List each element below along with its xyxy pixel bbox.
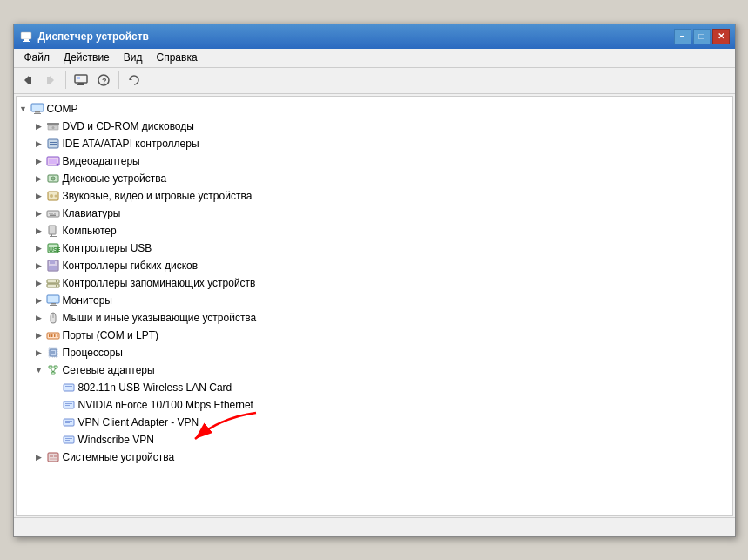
root-expander[interactable]: ▼ [17, 102, 30, 116]
net3-expander: ▶ [48, 415, 62, 429]
svg-text:USB: USB [49, 246, 60, 253]
refresh-button[interactable] [124, 70, 145, 91]
video-label: Видеоадаптеры [63, 155, 140, 167]
svg-rect-34 [51, 213, 53, 214]
usb-expander[interactable]: ▶ [32, 241, 46, 255]
svg-rect-67 [65, 386, 72, 387]
tree-item-sound[interactable]: ▶ Звуковые, видео и игровые устройства [17, 187, 732, 205]
forward-button[interactable] [40, 70, 61, 91]
storage-expander[interactable]: ▶ [32, 276, 46, 290]
view-devices-button[interactable] [71, 70, 91, 91]
cpu-expander[interactable]: ▶ [32, 346, 46, 360]
svg-rect-38 [51, 234, 52, 236]
tree-item-mouse[interactable]: ▶ Мыши и иные указывающие устройства [17, 309, 732, 327]
tree-item-disk[interactable]: ▶ Дисковые устройства [17, 170, 732, 187]
svg-rect-44 [49, 266, 57, 270]
svg-rect-14 [31, 104, 44, 111]
svg-rect-39 [50, 236, 57, 237]
tree-item-cpu[interactable]: ▶ Процессоры [17, 344, 732, 361]
svg-rect-62 [54, 366, 57, 368]
tree-item-dvd[interactable]: ▶ DVD и CD-ROM дисководы [17, 118, 732, 135]
svg-point-25 [56, 163, 58, 165]
menu-file[interactable]: Файл [17, 50, 57, 65]
back-button[interactable] [17, 70, 38, 91]
device-tree-container[interactable]: ▼ COMP ▶ [17, 97, 732, 515]
tree-item-net3[interactable]: ▶ VPN Client Adapter - VPN [17, 414, 732, 431]
status-bar [14, 517, 735, 536]
computer-icon [46, 224, 60, 238]
tree-item-storage[interactable]: ▶ Контроллеры запоминающих устройств [17, 274, 732, 292]
svg-rect-9 [77, 84, 84, 85]
net4-icon [62, 433, 76, 447]
svg-point-48 [56, 285, 57, 287]
svg-rect-57 [57, 334, 58, 337]
sound-expander[interactable]: ▶ [32, 189, 46, 203]
window-controls: – □ ✕ [674, 29, 730, 44]
net2-label: NVIDIA nForce 10/100 Mbps Ethernet [78, 399, 253, 411]
tree-item-net1[interactable]: ▶ 802.11n USB Wireless LAN Card [17, 379, 732, 396]
svg-rect-16 [34, 113, 41, 114]
tree-item-ide[interactable]: ▶ IDE ATA/ATAPI контроллеры [17, 135, 732, 152]
usb-icon: USB [46, 241, 60, 255]
network-expander[interactable]: ▼ [32, 363, 46, 377]
monitor-expander[interactable]: ▶ [32, 293, 46, 307]
svg-rect-81 [50, 458, 57, 459]
video-icon [46, 154, 60, 168]
keyboard-expander[interactable]: ▶ [32, 206, 46, 220]
help-button[interactable]: ? [93, 70, 114, 91]
menu-view[interactable]: Вид [117, 50, 150, 65]
svg-rect-1 [24, 39, 29, 41]
menu-action[interactable]: Действие [57, 50, 117, 65]
system-expander[interactable]: ▶ [32, 450, 46, 464]
ide-expander[interactable]: ▶ [32, 137, 46, 151]
net1-expander: ▶ [48, 381, 62, 395]
dvd-expander[interactable]: ▶ [32, 119, 46, 133]
tree-root-comp[interactable]: ▼ COMP [17, 100, 732, 118]
sound-icon [46, 189, 60, 203]
disk-expander[interactable]: ▶ [32, 172, 46, 186]
tree-item-video[interactable]: ▶ Видеоадаптеры [17, 152, 732, 170]
mouse-expander[interactable]: ▶ [32, 311, 46, 325]
svg-point-47 [56, 280, 57, 282]
port-expander[interactable]: ▶ [32, 328, 46, 342]
svg-rect-76 [65, 438, 72, 439]
port-label: Порты (COM и LPT) [63, 329, 159, 341]
floppy-expander[interactable]: ▶ [32, 259, 46, 273]
monitor-label: Мониторы [63, 294, 112, 307]
ide-label: IDE ATA/ATAPI контроллеры [63, 138, 199, 150]
maximize-button[interactable]: □ [693, 29, 711, 44]
tree-item-monitor[interactable]: ▶ Мониторы [17, 292, 732, 309]
svg-rect-10 [77, 77, 80, 79]
svg-rect-79 [50, 455, 53, 457]
tree-item-keyboard[interactable]: ▶ Клавиатуры [17, 205, 732, 222]
floppy-icon [46, 259, 60, 273]
svg-rect-78 [48, 453, 58, 462]
port-icon [46, 328, 60, 342]
svg-rect-70 [65, 403, 72, 404]
svg-rect-50 [51, 303, 56, 305]
video-expander[interactable]: ▶ [32, 154, 46, 168]
title-bar: Диспетчер устройств – □ ✕ [14, 24, 735, 49]
close-button[interactable]: ✕ [712, 29, 730, 44]
svg-rect-71 [65, 405, 70, 406]
tree-item-floppy[interactable]: ▶ Контроллеры гибких дисков [17, 257, 732, 274]
tree-item-computer[interactable]: ▶ Компьютер [17, 222, 732, 240]
minimize-button[interactable]: – [674, 29, 691, 44]
computer-expander[interactable]: ▶ [32, 224, 46, 238]
dvd-icon [46, 119, 60, 133]
mouse-icon [46, 311, 60, 325]
svg-rect-55 [51, 334, 53, 337]
tree-item-system[interactable]: ▶ Системные устройства [17, 449, 732, 466]
tree-item-usb[interactable]: ▶ USB Контроллеры USB [17, 240, 732, 257]
monitor-icon [46, 293, 60, 307]
tree-item-network[interactable]: ▼ Сетевые адаптеры [17, 361, 732, 379]
svg-rect-15 [35, 111, 40, 113]
tree-item-net4[interactable]: ▶ Windscribe VPN [17, 431, 732, 449]
title-icon [19, 30, 33, 44]
floppy-label: Контроллеры гибких дисков [63, 260, 199, 272]
menu-help[interactable]: Справка [150, 50, 205, 65]
tree-item-net2[interactable]: ▶ NVIDIA nForce 10/100 Mbps Ethernet [17, 396, 732, 414]
svg-rect-43 [50, 260, 55, 264]
tree-item-port[interactable]: ▶ Порты (COM и LPT) [17, 327, 732, 344]
usb-label: Контроллеры USB [63, 242, 152, 254]
